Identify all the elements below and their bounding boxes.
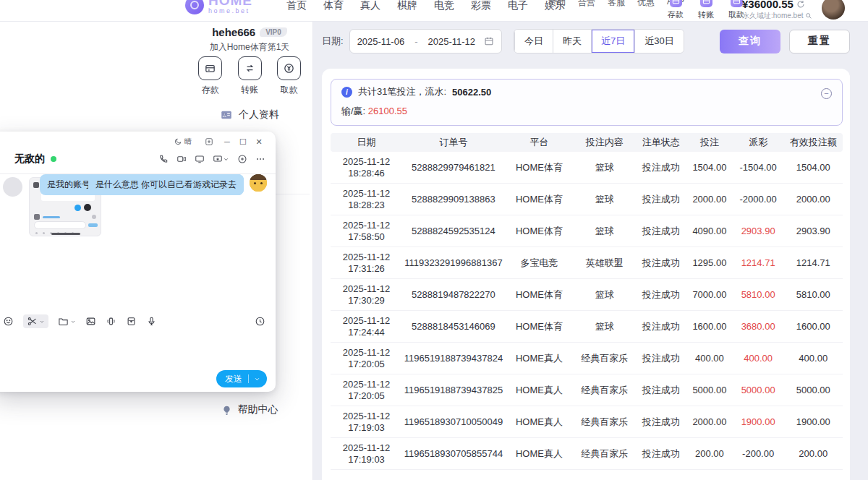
contact-avatar[interactable]	[3, 177, 22, 197]
table-column-header: 日期	[331, 136, 402, 149]
table-row[interactable]: 2025-11-12 18:28:23 5288829909138863 HOM…	[331, 184, 843, 215]
maximize-button[interactable]: ☐	[235, 137, 251, 146]
summary-alert: i 共计31笔投注，流水: 50622.50 输/赢: 26100.55 −	[331, 79, 843, 126]
minimize-button[interactable]: ─	[219, 137, 235, 146]
cell-bet-content: 篮球	[574, 288, 635, 301]
send-button[interactable]: 发送	[216, 370, 267, 387]
table-row[interactable]: 2025-11-12 17:31:26 1119323291996881367 …	[331, 247, 843, 279]
red-packet-icon[interactable]	[126, 316, 137, 327]
weather-label: 晴	[184, 137, 192, 147]
sidebar-item-profile[interactable]: 个人资料	[190, 108, 310, 121]
shake-icon[interactable]	[106, 316, 116, 327]
voice-message-icon[interactable]	[146, 316, 157, 327]
date-range-input[interactable]: 2025-11-06 - 2025-11-12	[349, 29, 502, 53]
cell-date: 2025-11-12 18:28:23	[331, 188, 402, 211]
quick-link[interactable]: 优惠	[637, 0, 655, 9]
quick-link[interactable]: 客服	[608, 0, 625, 9]
quick-range-button[interactable]: 今日	[514, 30, 553, 53]
online-status-dot	[51, 156, 56, 162]
table-row[interactable]: 2025-11-12 17:20:05 1196519188739437824 …	[331, 343, 843, 374]
deposit-button[interactable]: 存款	[198, 56, 222, 96]
weather-widget[interactable]: 晴	[174, 137, 192, 147]
user-avatar[interactable]	[822, 0, 845, 20]
winloss-value: 26100.55	[368, 106, 407, 116]
cell-bet-amount: 200.00	[686, 448, 733, 459]
table-row[interactable]: 2025-11-12 17:19:03 1196518930705855744 …	[331, 438, 843, 470]
quick-range-button[interactable]: 近30日	[634, 30, 683, 53]
voice-call-icon[interactable]	[158, 154, 169, 164]
remote-assist-icon[interactable]	[213, 154, 229, 164]
table-column-header: 注单状态	[635, 136, 686, 149]
nav-item[interactable]: 电子	[508, 0, 528, 12]
reset-button[interactable]: 重置	[789, 30, 850, 53]
quick-link[interactable]: 赞助	[548, 0, 566, 9]
cell-valid-amount: 1504.00	[784, 162, 843, 173]
cell-bet-amount: 7000.00	[686, 289, 733, 300]
quick-link[interactable]: 合营	[578, 0, 595, 9]
refresh-balance-icon[interactable]	[796, 0, 805, 9]
quick-range-button[interactable]: 近7日	[591, 30, 634, 53]
cell-bet-amount: 2000.00	[686, 416, 733, 427]
create-group-icon[interactable]	[237, 154, 247, 164]
screen-share-icon[interactable]	[195, 154, 205, 164]
chat-history-icon[interactable]	[255, 316, 265, 327]
table-row[interactable]: 2025-11-12 17:58:50 5288824592535124 HOM…	[331, 215, 843, 247]
moon-icon	[174, 137, 182, 146]
message-input[interactable]	[0, 327, 276, 364]
table-row[interactable]: 2025-11-12 17:24:44 5288818453146069 HOM…	[331, 311, 843, 343]
calendar-icon	[484, 36, 494, 46]
cell-valid-amount: 2903.90	[784, 226, 843, 236]
wallet-action-button[interactable]: 转账	[696, 0, 716, 20]
table-row[interactable]: 2025-11-12 17:20:05 1196519188739437825 …	[331, 374, 843, 406]
nav-item[interactable]: 彩票	[471, 0, 491, 12]
cell-platform: HOME真人	[505, 447, 574, 460]
query-button[interactable]: 查询	[720, 30, 780, 53]
collapse-summary-icon[interactable]: −	[821, 88, 832, 99]
cell-valid-amount: 5000.00	[784, 385, 843, 395]
withdraw-icon	[277, 56, 301, 80]
cell-bet-content: 篮球	[574, 161, 635, 174]
cell-status: 投注成功	[635, 447, 686, 460]
cell-date: 2025-11-12 17:24:44	[331, 315, 402, 338]
nav-item[interactable]: 体育	[323, 0, 344, 12]
main-nav: 首页体育真人棋牌电竞彩票电子娱乐	[286, 0, 565, 12]
image-icon[interactable]	[85, 316, 96, 327]
close-button[interactable]: ✕	[251, 137, 267, 146]
more-icon[interactable]	[255, 154, 265, 164]
mock-link-text	[43, 216, 60, 218]
mock-blue-dot	[75, 205, 81, 211]
transfer-button[interactable]: 转账	[238, 56, 262, 96]
sidebar-item-help[interactable]: 帮助中心	[190, 403, 310, 416]
bet-records-table: 日期订单号平台投注内容注单状态投注派彩有效投注额 2025-11-12 18:2…	[331, 133, 843, 470]
table-row[interactable]: 2025-11-12 17:19:03 1196518930710050049 …	[331, 406, 843, 438]
cell-date: 2025-11-12 17:19:03	[331, 411, 402, 434]
self-avatar[interactable]	[250, 174, 267, 192]
screen: HOME home.bet 首页体育真人棋牌电竞彩票电子娱乐 赞助合营客服优惠A…	[0, 0, 868, 480]
brand-logo[interactable]: HOME home.bet	[185, 0, 252, 14]
panel-toggle-icon[interactable]	[205, 137, 213, 146]
video-call-icon[interactable]	[176, 154, 187, 164]
search-icon[interactable]	[805, 12, 812, 20]
table-row[interactable]: 2025-11-12 18:28:46 5288829979461821 HOM…	[331, 152, 843, 184]
nav-item[interactable]: 电竞	[434, 0, 454, 12]
table-column-header: 订单号	[402, 136, 505, 149]
nav-item[interactable]: 棋牌	[397, 0, 417, 12]
nav-item[interactable]: 首页	[286, 0, 307, 12]
screenshot-scissors-icon[interactable]	[23, 314, 48, 328]
cell-platform: HOME真人	[505, 352, 574, 365]
nav-item[interactable]: 真人	[360, 0, 380, 12]
cell-date: 2025-11-12 17:19:03	[331, 442, 402, 466]
quick-range-button[interactable]: 昨天	[553, 30, 591, 53]
wallet-action-button[interactable]: 存款	[665, 0, 686, 20]
table-row[interactable]: 2025-11-12 17:30:29 5288819487822270 HOM…	[331, 279, 843, 311]
message-bubble[interactable]: 是什么意思 你可以自己看游戏记录去	[88, 174, 244, 195]
cell-status: 投注成功	[635, 416, 686, 429]
quick-range-group: 今日昨天近7日近30日	[514, 29, 684, 53]
cell-date: 2025-11-12 17:20:05	[331, 347, 402, 370]
sidebar-username: hehe666	[212, 26, 255, 38]
summary-text: 共计31笔投注，流水:	[358, 85, 446, 98]
cell-order-number: 1119323291996881367	[402, 257, 505, 268]
withdraw-button[interactable]: 取款	[277, 56, 301, 96]
file-folder-icon[interactable]	[58, 316, 76, 327]
emoji-icon[interactable]	[3, 316, 14, 327]
